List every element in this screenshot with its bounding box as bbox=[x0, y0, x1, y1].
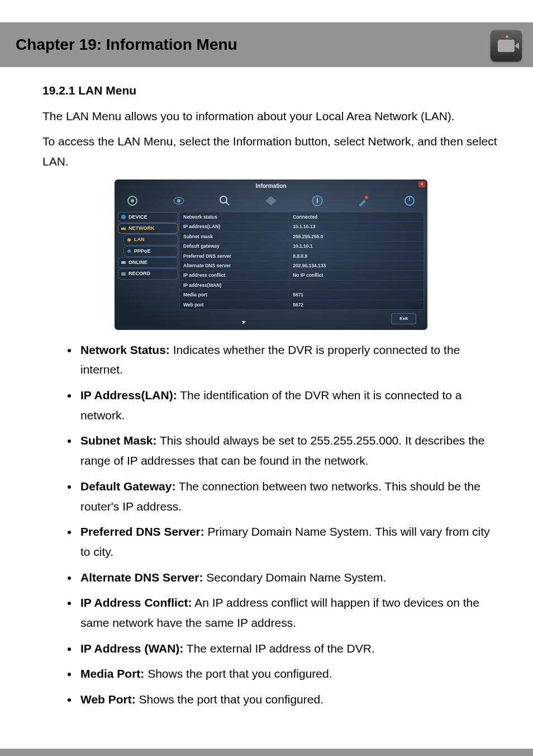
tools-icon[interactable] bbox=[354, 193, 372, 209]
svg-rect-15 bbox=[121, 261, 126, 264]
sidebar-item-label: ONLINE bbox=[129, 258, 147, 267]
chapter-header: Chapter 19: Information Menu bbox=[0, 22, 533, 67]
sidebar-item-lan[interactable]: LAN bbox=[123, 234, 178, 245]
svg-point-8 bbox=[365, 196, 368, 199]
term-desc: Shows the port that you configured. bbox=[144, 667, 332, 680]
page-footer: 68 bbox=[0, 749, 533, 756]
sidebar-item-network[interactable]: NETWORK bbox=[118, 223, 178, 234]
table-row: Network statusConnected bbox=[179, 212, 424, 222]
info-icon[interactable]: i bbox=[308, 193, 326, 209]
intro-paragraph-1: The LAN Menu allows you to information a… bbox=[42, 106, 499, 126]
top-icon-row: i bbox=[115, 192, 427, 212]
page-number: 68 bbox=[493, 754, 505, 756]
hdd-icon[interactable] bbox=[262, 193, 280, 209]
sidebar-item-label: DEVICE bbox=[129, 213, 147, 221]
window-title: Information bbox=[115, 179, 427, 192]
table-row: Web port5672 bbox=[179, 300, 424, 310]
table-row: IP address(LAN)10.1.10.13 bbox=[179, 222, 424, 231]
table-row: IP address(WAN) bbox=[179, 281, 424, 290]
sidebar-item-online[interactable]: ONLINE bbox=[118, 257, 178, 268]
pppoe-icon bbox=[126, 248, 132, 254]
settings-gear-icon[interactable] bbox=[123, 193, 141, 209]
row-label: Alternate DNS server bbox=[180, 261, 289, 270]
chapter-title: Chapter 19: Information Menu bbox=[16, 36, 237, 54]
row-value: 10.1.10.13 bbox=[289, 222, 423, 231]
exit-button[interactable]: Exit bbox=[391, 313, 416, 324]
term: Subnet Mask: bbox=[80, 434, 157, 447]
section-heading: 19.2.1 LAN Menu bbox=[42, 81, 499, 101]
term: IP Address(LAN): bbox=[80, 389, 177, 401]
page-content: 19.2.1 LAN Menu The LAN Menu allows you … bbox=[0, 67, 533, 738]
sidebar-item-label: NETWORK bbox=[129, 224, 155, 233]
list-item: Alternate DNS Server: Secondary Domain N… bbox=[78, 568, 499, 588]
power-icon[interactable] bbox=[401, 193, 418, 209]
sidebar-item-device[interactable]: DEVICE bbox=[118, 212, 178, 223]
svg-point-3 bbox=[177, 199, 180, 202]
sidebar-item-record[interactable]: RECORD bbox=[118, 268, 178, 279]
list-item: Preferred DNS Server: Primary Domain Nam… bbox=[78, 522, 499, 561]
row-value: 10.1.10.1 bbox=[289, 242, 423, 251]
close-button[interactable]: × bbox=[418, 181, 425, 187]
svg-text:i: i bbox=[316, 197, 318, 205]
term-desc: Secondary Domain Name System. bbox=[203, 571, 386, 584]
row-value: 255.255.255.0 bbox=[289, 232, 423, 241]
sidebar: DEVICE NETWORK LAN bbox=[115, 212, 179, 310]
list-item: Network Status: Indicates whether the DV… bbox=[78, 340, 499, 380]
row-label: IP address(LAN) bbox=[180, 222, 289, 231]
list-item: Subnet Mask: This should always be set t… bbox=[78, 431, 499, 470]
term-desc: Shows the port that you configured. bbox=[136, 693, 323, 706]
svg-rect-12 bbox=[121, 228, 126, 230]
list-item: IP Address Conflict: An IP address confl… bbox=[78, 593, 499, 632]
svg-line-5 bbox=[226, 202, 229, 205]
sidebar-item-pppoe[interactable]: PPPoE bbox=[123, 246, 178, 257]
table-row: Preferred DNS server8.8.8.8 bbox=[179, 252, 424, 261]
sidebar-item-label: PPPoE bbox=[134, 247, 151, 256]
svg-point-1 bbox=[131, 199, 134, 202]
row-value: 5672 bbox=[289, 300, 423, 309]
table-row: Alternate DNS server202.96.134.133 bbox=[179, 261, 424, 271]
term: Web Port: bbox=[80, 693, 136, 706]
lan-icon bbox=[126, 237, 132, 243]
intro-paragraph-2: To access the LAN Menu, select the Infor… bbox=[42, 131, 499, 171]
table-row: Subnet mask255.255.255.0 bbox=[179, 232, 424, 242]
term-desc: The external IP address of the DVR. bbox=[183, 642, 374, 655]
row-value: Connected bbox=[289, 212, 423, 221]
row-label: Web port bbox=[180, 300, 289, 309]
table-row: Default gateway10.1.10.1 bbox=[179, 242, 424, 251]
row-value bbox=[289, 281, 423, 290]
svg-point-13 bbox=[127, 238, 131, 242]
camera-icon bbox=[491, 30, 522, 62]
sidebar-item-label: RECORD bbox=[129, 270, 150, 278]
info-table: Network statusConnected IP address(LAN)1… bbox=[179, 212, 424, 310]
record-icon bbox=[121, 271, 126, 277]
term: Preferred DNS Server: bbox=[80, 525, 204, 538]
term: IP Address (WAN): bbox=[80, 642, 183, 655]
definition-list: Network Status: Indicates whether the DV… bbox=[42, 340, 499, 710]
term: Network Status: bbox=[80, 343, 170, 356]
eye-camera-icon[interactable] bbox=[170, 193, 188, 209]
list-item: IP Address(LAN): The identification of t… bbox=[78, 385, 499, 425]
row-value: No IP conflict bbox=[289, 271, 423, 280]
list-item: Media Port: Shows the port that you conf… bbox=[78, 664, 499, 684]
online-icon bbox=[121, 260, 126, 266]
device-icon bbox=[121, 214, 126, 220]
table-row: Media port5671 bbox=[179, 290, 424, 300]
svg-point-14 bbox=[127, 249, 131, 253]
term: Media Port: bbox=[80, 667, 144, 680]
list-item: Default Gateway: The connection between … bbox=[78, 476, 499, 516]
row-label: Network status bbox=[180, 212, 289, 221]
row-value: 5671 bbox=[289, 290, 423, 299]
row-value: 202.96.134.133 bbox=[289, 261, 423, 270]
embedded-screenshot-container: Information × i bbox=[42, 179, 499, 330]
table-row: IP address conflictNo IP conflict bbox=[179, 271, 424, 280]
row-label: Media port bbox=[180, 290, 289, 299]
sidebar-item-label: LAN bbox=[134, 235, 145, 244]
list-item: Web Port: Shows the port that you config… bbox=[78, 689, 499, 710]
search-magnifier-icon[interactable] bbox=[216, 193, 234, 209]
row-label: IP address conflict bbox=[180, 271, 289, 280]
row-label: Subnet mask bbox=[180, 232, 289, 241]
list-item: IP Address (WAN): The external IP addres… bbox=[78, 639, 499, 659]
term: IP Address Conflict: bbox=[80, 596, 192, 609]
term: Default Gateway: bbox=[80, 480, 175, 493]
network-icon bbox=[121, 226, 126, 231]
